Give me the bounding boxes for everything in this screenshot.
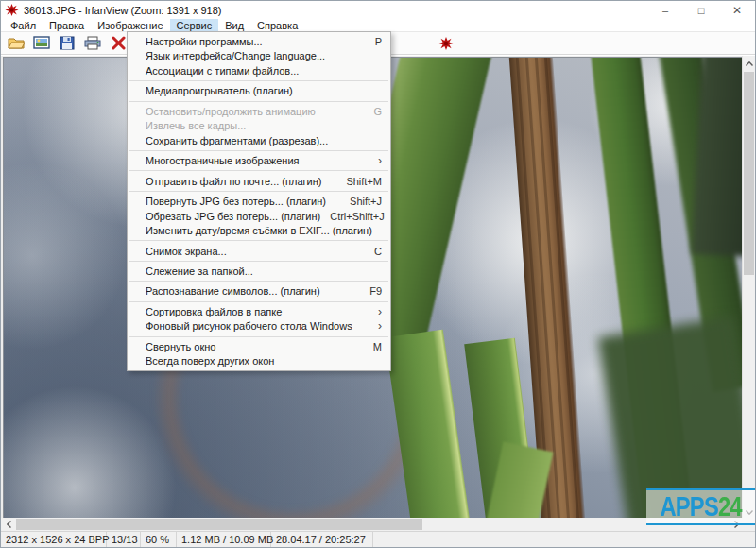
vertical-scroll-thumb[interactable]	[744, 72, 754, 275]
menu-item[interactable]: Снимок экрана...C	[128, 244, 390, 259]
maximize-button[interactable]: □	[683, 1, 719, 19]
irfanview-app-icon	[5, 3, 19, 17]
menu-item-label: Отправить файл по почте... (плагин)	[146, 176, 336, 187]
slideshow-icon	[33, 36, 50, 50]
submenu-arrow-icon: ›	[369, 319, 382, 333]
menu-item-shortcut: G	[364, 106, 382, 117]
menu-item[interactable]: Слежение за папкой...	[128, 264, 390, 279]
titlebar: 36013.JPG - IrfanView (Zoom: 1391 x 918)…	[1, 1, 755, 19]
scroll-up-icon[interactable]	[743, 56, 756, 71]
menu-item-shortcut: Shift+J	[340, 196, 382, 207]
menu-item[interactable]: Извлечь все кадры...	[128, 119, 390, 134]
menu-item[interactable]: Распознавание символов... (плагин)F9	[128, 284, 390, 300]
menu-separator	[129, 240, 388, 241]
menu-item[interactable]: Повернуть JPG без потерь... (плагин)Shif…	[128, 194, 390, 209]
menu-separator	[129, 191, 388, 192]
horizontal-scrollbar[interactable]	[1, 518, 744, 531]
menu-item-label: Настройки программы...	[146, 36, 366, 47]
menubar-item-help[interactable]: Справка	[250, 19, 304, 31]
statusbar-segment: 2312 x 1526 x 24 BPP	[1, 532, 107, 547]
menu-item-label: Изменить дату/время съёмки в EXIF... (пл…	[146, 225, 372, 236]
slideshow-button[interactable]	[31, 34, 52, 53]
irfanview-logo-icon	[438, 36, 454, 51]
statusbar-segment: 28.04.17 / 20:25:27	[271, 532, 373, 547]
open-file-button[interactable]	[6, 34, 26, 53]
delete-button[interactable]	[108, 34, 129, 53]
menu-item[interactable]: Ассоциации с типами файлов...	[128, 63, 390, 78]
menu-item-shortcut: M	[364, 341, 382, 352]
statusbar: 2312 x 1526 x 24 BPP13/1360 %1.12 MB / 1…	[1, 531, 755, 547]
menu-item[interactable]: Язык интерфейса/Change language...	[128, 49, 390, 64]
menu-item[interactable]: Всегда поверх других окон	[128, 354, 390, 369]
menu-item-label: Фоновый рисунок рабочего стола Windows	[146, 320, 369, 332]
scroll-left-icon[interactable]	[1, 518, 16, 531]
menu-item-shortcut: F9	[360, 285, 382, 297]
menubar: ФайлПравкаИзображениеСервисВидСправка	[1, 19, 755, 32]
menu-item[interactable]: Сохранить фрагментами (разрезав)...	[128, 133, 390, 148]
menu-item-label: Медиапроигрыватель (плагин)	[146, 85, 372, 96]
window-title: 36013.JPG - IrfanView (Zoom: 1391 x 918)	[24, 5, 222, 16]
menu-item-label: Ассоциации с типами файлов...	[146, 65, 372, 77]
menu-item[interactable]: Многостраничные изображения›	[128, 154, 390, 169]
menu-item[interactable]: Остановить/продолжить анимациюG	[128, 104, 390, 119]
menu-item-label: Извлечь все кадры...	[146, 120, 372, 131]
about-irfanview-button[interactable]	[436, 34, 456, 53]
menu-item-label: Обрезать JPG без потерь... (плагин)	[146, 211, 320, 222]
menu-item-label: Язык интерфейса/Change language...	[146, 50, 372, 61]
menu-item[interactable]: Сортировка файлов в папке›	[128, 304, 390, 319]
menu-separator	[129, 336, 388, 337]
menu-separator	[129, 301, 388, 302]
menu-separator	[129, 170, 388, 171]
menu-item[interactable]: Настройки программы...P	[128, 34, 390, 49]
menu-item[interactable]: Отправить файл по почте... (плагин)Shift…	[128, 174, 390, 189]
menu-item-label: Распознавание символов... (плагин)	[146, 285, 360, 297]
apps24-watermark: APPS24	[646, 488, 755, 525]
menubar-item-edit[interactable]: Правка	[43, 19, 91, 31]
menu-item-label: Свернуть окно	[146, 341, 364, 352]
menu-item-shortcut: Ctrl+Shift+J	[320, 211, 384, 222]
menu-item-shortcut: C	[365, 246, 382, 257]
menu-item-label: Остановить/продолжить анимацию	[146, 106, 364, 117]
menubar-item-file[interactable]: Файл	[4, 19, 43, 31]
watermark-text: APPS24	[660, 491, 741, 522]
menu-separator	[129, 80, 388, 81]
print-icon	[84, 36, 101, 50]
minimize-button[interactable]: –	[647, 1, 683, 19]
menu-item[interactable]: Медиапроигрыватель (плагин)	[128, 84, 390, 99]
delete-icon	[112, 36, 126, 50]
save-icon	[60, 36, 75, 50]
statusbar-segment: 13/13	[107, 532, 141, 547]
statusbar-segment: 1.12 MB / 10.09 MB	[177, 532, 271, 547]
submenu-arrow-icon: ›	[369, 154, 382, 167]
statusbar-segment: 60 %	[141, 532, 177, 547]
menu-item-shortcut: Shift+M	[336, 176, 382, 187]
print-button[interactable]	[82, 34, 103, 53]
menu-item[interactable]: Свернуть окноM	[128, 339, 390, 354]
irfanview-window: 36013.JPG - IrfanView (Zoom: 1391 x 918)…	[0, 0, 756, 548]
save-button[interactable]	[57, 34, 77, 53]
menu-separator	[129, 150, 388, 151]
menu-item-label: Всегда поверх других окон	[146, 355, 372, 367]
menu-separator	[129, 101, 388, 102]
menu-item-label: Сортировка файлов в папке	[146, 306, 369, 317]
horizontal-scroll-thumb[interactable]	[16, 519, 422, 530]
menubar-item-view[interactable]: Вид	[218, 19, 250, 31]
menu-item-label: Повернуть JPG без потерь... (плагин)	[146, 196, 340, 207]
menu-item-label: Слежение за папкой...	[146, 265, 372, 277]
menubar-item-service[interactable]: Сервис	[170, 19, 219, 31]
open-folder-icon	[8, 36, 26, 50]
service-dropdown-menu: Настройки программы...PЯзык интерфейса/C…	[127, 31, 391, 371]
menu-item-label: Многостраничные изображения	[146, 155, 369, 166]
menu-item-label: Сохранить фрагментами (разрезав)...	[146, 135, 372, 146]
menu-separator	[129, 281, 388, 282]
close-button[interactable]: ✕	[719, 1, 755, 19]
menu-item[interactable]: Изменить дату/время съёмки в EXIF... (пл…	[128, 223, 390, 238]
menu-item[interactable]: Обрезать JPG без потерь... (плагин)Ctrl+…	[128, 209, 390, 224]
menu-separator	[129, 261, 388, 262]
menu-item-label: Снимок экрана...	[146, 246, 365, 257]
menu-item-shortcut: P	[366, 36, 382, 47]
menubar-item-image[interactable]: Изображение	[91, 19, 169, 31]
menu-item[interactable]: Фоновый рисунок рабочего стола Windows›	[128, 319, 390, 334]
vertical-scrollbar[interactable]	[742, 56, 755, 520]
grass-blade-dark	[692, 57, 744, 258]
